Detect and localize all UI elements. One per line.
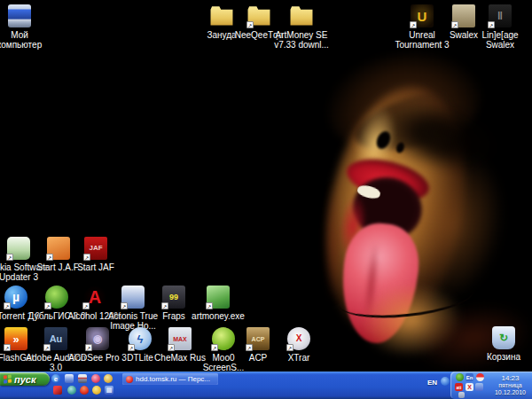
- quick-icon-glyph: ▤: [106, 387, 113, 394]
- icon-glyph: ↻: [491, 325, 516, 350]
- taskbar-clock[interactable]: 14:23 пятница 10.12.2010: [489, 372, 531, 398]
- icon-glyph: [7, 4, 32, 28]
- tray-icon-glyph: ati: [457, 385, 462, 390]
- icon-label: Start JAF: [64, 262, 128, 272]
- icon-label: Мой компьютер: [0, 30, 51, 50]
- shortcut-arrow-icon: ↗: [410, 21, 417, 28]
- kaspersky-tray-icon[interactable]: [476, 373, 484, 381]
- teal-app-quick-icon[interactable]: [67, 386, 76, 395]
- shortcut-arrow-icon: ↗: [488, 21, 495, 28]
- icon-image: MAX ↗: [168, 326, 192, 351]
- coin-app-quick-icon[interactable]: [104, 374, 113, 383]
- shortcut-arrow-icon: ↗: [128, 344, 135, 351]
- icon-label: Корзина: [472, 352, 532, 362]
- wallpaper-rim-light: [325, 184, 342, 301]
- gold-app-quick-icon[interactable]: [92, 386, 101, 395]
- icon-image: ◉ ↗: [85, 326, 110, 351]
- antivirus-tray-icon[interactable]: [456, 373, 464, 381]
- shortcut-arrow-icon: ↗: [451, 21, 458, 28]
- task-button-hdd-tomsk[interactable]: hdd.tomsk.ru — Перс...: [122, 373, 218, 385]
- shortcut-arrow-icon: ↗: [206, 302, 213, 309]
- shortcut-arrow-icon: ↗: [6, 254, 13, 261]
- icon-image: U ↗: [410, 4, 434, 28]
- clock-time: 14:23: [501, 374, 519, 382]
- language-indicator[interactable]: EN: [427, 379, 437, 387]
- alert-x-tray-icon[interactable]: X: [466, 383, 473, 391]
- shortcut-arrow-icon: ↗: [211, 344, 218, 351]
- icon-xtrar[interactable]: X ↗ XTrar: [267, 326, 331, 363]
- volume-tray-icon[interactable]: [458, 392, 465, 398]
- icon-image: ↗: [246, 4, 271, 28]
- ati-tray-icon[interactable]: ati: [455, 383, 463, 391]
- icon-glyph: [289, 4, 314, 28]
- icon-image: ↻ ↗: [491, 325, 516, 350]
- windows-logo-icon: [4, 374, 12, 383]
- icon-image: X ↗: [286, 326, 311, 351]
- shortcut-arrow-icon: ↗: [83, 254, 90, 261]
- clock-weekday: пятница: [498, 382, 521, 389]
- globe-icon[interactable]: [441, 377, 450, 386]
- icon-my-computer[interactable]: ↗ Мой компьютер: [0, 4, 51, 50]
- icon-image: ↗: [289, 4, 314, 28]
- icon-lineage-swalex[interactable]: ‖ ↗ Lin]e[age Swalex: [468, 4, 532, 50]
- shortcut-arrow-icon: ↗: [246, 21, 254, 28]
- clock-date: 10.12.2010: [495, 389, 526, 396]
- tray-icon-glyph: En: [466, 375, 473, 380]
- file-manager-quick-icon[interactable]: ▤: [105, 386, 113, 395]
- task-button-label: hdd.tomsk.ru — Перс...: [136, 375, 210, 383]
- icon-image: ↗: [7, 4, 32, 28]
- icon-label: artmoney.exe: [186, 311, 250, 321]
- icon-image: ↗: [206, 285, 231, 309]
- shortcut-arrow-icon: ↗: [168, 344, 175, 351]
- shortcut-arrow-icon: ↗: [286, 344, 293, 351]
- task-button-favicon: [126, 376, 133, 383]
- red-app-quick-icon[interactable]: [53, 386, 62, 395]
- icon-folder-artmoney-se[interactable]: ↗ ArtMoney SE v7.33 downl...: [270, 4, 333, 50]
- icon-artmoney-exe[interactable]: ↗ artmoney.exe: [186, 285, 250, 321]
- shortcut-arrow-icon: ↗: [44, 302, 51, 309]
- icon-label: ArtMoney SE v7.33 downl...: [270, 30, 333, 50]
- quick-icon-glyph: e: [54, 375, 58, 383]
- tray-icon-glyph: X: [467, 384, 472, 390]
- start-button[interactable]: пуск: [0, 372, 50, 386]
- internet-explorer-quick-icon[interactable]: e: [51, 374, 60, 383]
- shortcut-arrow-icon: ↗: [4, 302, 11, 309]
- start-button-label: пуск: [14, 374, 36, 385]
- download-manager-quick-icon[interactable]: [91, 374, 100, 383]
- shortcut-arrow-icon: ↗: [4, 344, 11, 351]
- icon-image: Au ↗: [43, 326, 68, 351]
- computer-quick-icon[interactable]: [78, 374, 87, 383]
- shortcut-arrow-icon: ↗: [46, 254, 53, 261]
- messenger-quick-icon[interactable]: [65, 374, 74, 383]
- shortcut-arrow-icon: ↗: [82, 302, 90, 309]
- shortcut-arrow-icon: ↗: [85, 344, 92, 351]
- shortcut-arrow-icon: ↗: [246, 344, 253, 351]
- taskbar: пуск e: [0, 372, 532, 399]
- icon-label: XTrar: [267, 353, 331, 363]
- icon-start-jaf-red[interactable]: JAF ↗ Start JAF: [64, 236, 128, 272]
- icon-label: Lin]e[age Swalex: [468, 30, 532, 50]
- icon-image: JAF ↗: [83, 236, 108, 261]
- icon-image: 99 ↗: [161, 285, 186, 309]
- shortcut-arrow-icon: ↗: [43, 344, 51, 351]
- flame-app-quick-icon[interactable]: [80, 386, 89, 395]
- icon-image: ‖ ↗: [488, 4, 512, 28]
- shortcut-arrow-icon: ↗: [121, 302, 128, 309]
- language-tray-badge[interactable]: En: [466, 373, 473, 381]
- shortcut-arrow-icon: ↗: [161, 302, 168, 309]
- icon-recycle-bin[interactable]: ↻ ↗ Корзина: [472, 325, 532, 362]
- updater-tray-icon[interactable]: [475, 383, 483, 391]
